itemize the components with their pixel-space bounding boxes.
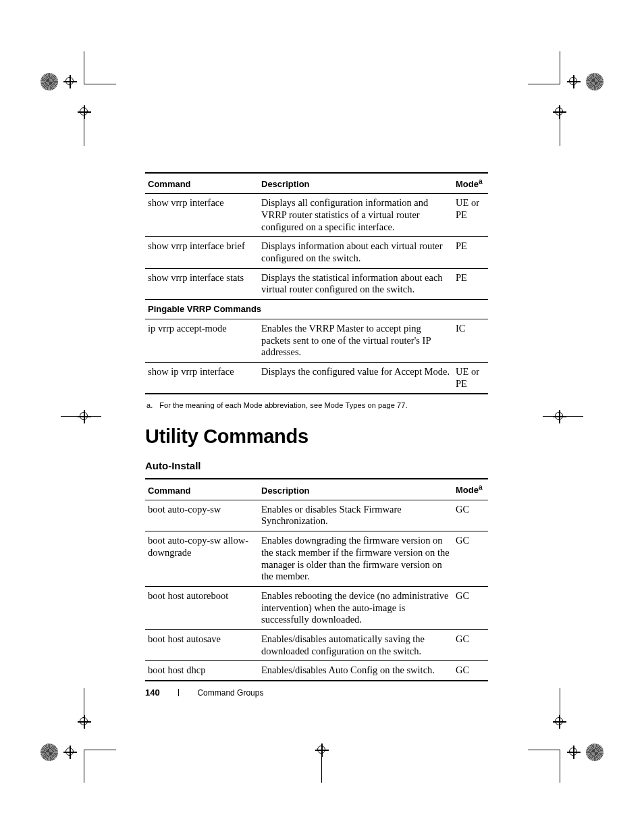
cell-mode: GC (453, 531, 488, 587)
cell-command: show vrrp interface (145, 194, 259, 237)
table-row: show vrrp interface brief Displays infor… (145, 237, 488, 268)
table-row: boot host autosave Enables/disables auto… (145, 629, 488, 660)
table-header-row: Command Description Modea (145, 479, 488, 500)
table-row: show vrrp interface Displays all configu… (145, 194, 488, 237)
page-content: Command Description Modea show vrrp inte… (145, 172, 488, 681)
cell-mode: GC (453, 661, 488, 681)
table-row: boot host dhcp Enables/disables Auto Con… (145, 661, 488, 681)
section-heading-utility-commands: Utility Commands (145, 425, 488, 448)
cell-command: show vrrp interface stats (145, 268, 259, 299)
page-number: 140 (145, 687, 160, 698)
col-mode: Modea (453, 479, 488, 500)
crop-mark (529, 380, 603, 454)
col-description: Description (259, 479, 453, 500)
cell-command: boot host autosave (145, 629, 259, 660)
table-row: boot host autoreboot Enables rebooting t… (145, 586, 488, 629)
footer-divider-icon (178, 689, 179, 696)
cell-mode: UE or PE (453, 363, 488, 394)
page: Command Description Modea show vrrp inte… (0, 0, 644, 834)
cell-mode: PE (453, 237, 488, 268)
col-mode: Modea (453, 173, 488, 194)
cell-command: ip vrrp accept-mode (145, 319, 259, 363)
cell-command: show ip vrrp interface (145, 363, 259, 394)
table-row: boot auto-copy-sw allow-downgrade Enable… (145, 531, 488, 587)
cell-mode: GC (453, 586, 488, 629)
cell-description: Enables/disables Auto Config on the swit… (259, 661, 453, 681)
cell-mode: PE (453, 268, 488, 299)
table-row: ip vrrp accept-mode Enables the VRRP Mas… (145, 319, 488, 363)
table-row: show ip vrrp interface Displays the conf… (145, 363, 488, 394)
cell-mode: GC (453, 500, 488, 531)
col-description: Description (259, 173, 453, 194)
cell-command: boot host autoreboot (145, 586, 259, 629)
col-command: Command (145, 173, 259, 194)
section-label: Pingable VRRP Commands (145, 300, 488, 319)
auto-install-commands-table: Command Description Modea boot auto-copy… (145, 478, 488, 681)
cell-description: Displays information about each virtual … (259, 237, 453, 268)
crop-mark (285, 708, 359, 783)
footer-section-name: Command Groups (197, 688, 263, 698)
cell-command: boot auto-copy-sw (145, 500, 259, 531)
cell-description: Enables rebooting the device (no adminis… (259, 586, 453, 629)
footnote-marker: a. (146, 401, 157, 409)
cell-description: Displays the statistical information abo… (259, 268, 453, 299)
table-header-row: Command Description Modea (145, 173, 488, 194)
cell-description: Displays the configured value for Accept… (259, 363, 453, 394)
page-footer: 140 Command Groups (145, 687, 488, 698)
table-footnote: a. For the meaning of each Mode abbrevia… (145, 401, 488, 409)
footnote-text: For the meaning of each Mode abbreviatio… (159, 401, 408, 409)
cell-description: Displays all configuration information a… (259, 194, 453, 237)
cell-description: Enables/disables automatically saving th… (259, 629, 453, 660)
cell-description: Enables the VRRP Master to accept ping p… (259, 319, 453, 363)
vrrp-commands-table: Command Description Modea show vrrp inte… (145, 172, 488, 394)
crop-mark (41, 51, 115, 126)
cell-mode: IC (453, 319, 488, 363)
cell-command: show vrrp interface brief (145, 237, 259, 268)
cell-description: Enables downgrading the firmware version… (259, 531, 453, 587)
crop-mark (529, 51, 603, 126)
crop-mark (41, 380, 115, 454)
table-section-row: Pingable VRRP Commands (145, 300, 488, 319)
col-command: Command (145, 479, 259, 500)
cell-mode: UE or PE (453, 194, 488, 237)
table-row: show vrrp interface stats Displays the s… (145, 268, 488, 299)
table-row: boot auto-copy-sw Enables or disables St… (145, 500, 488, 531)
crop-mark (529, 708, 603, 783)
subsection-heading-auto-install: Auto-Install (145, 460, 488, 471)
crop-mark (41, 708, 115, 783)
cell-command: boot auto-copy-sw allow-downgrade (145, 531, 259, 587)
cell-command: boot host dhcp (145, 661, 259, 681)
cell-mode: GC (453, 629, 488, 660)
cell-description: Enables or disables Stack Firmware Synch… (259, 500, 453, 531)
